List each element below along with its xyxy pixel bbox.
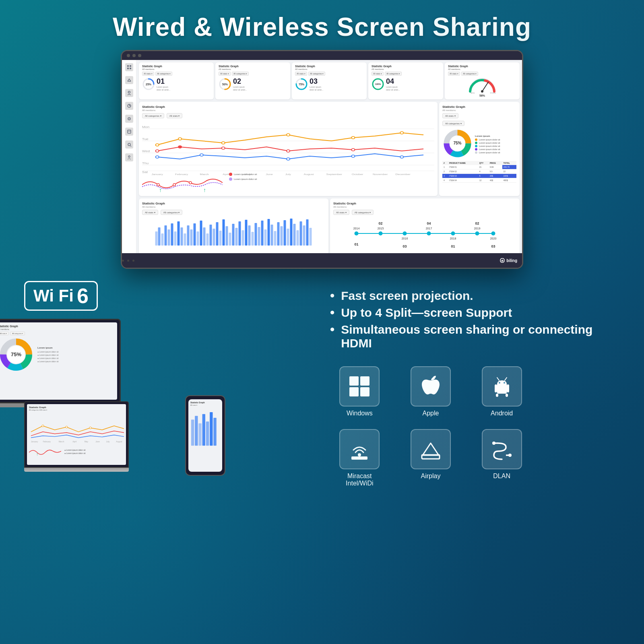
miracast-icon-item: MiracastIntel/WiDi: [330, 429, 389, 487]
svg-point-185: [499, 382, 500, 384]
stat-card-4-dropdown-cat[interactable]: All categories ▾: [385, 72, 402, 76]
gauge-pct: 58%: [479, 94, 485, 97]
sidebar-icon-1[interactable]: [125, 63, 133, 71]
feature-text-1: Fast screen projection.: [341, 289, 473, 303]
svg-rect-89: [197, 231, 199, 246]
table-row: 2 ITEM 02 4 5.5 22: [442, 169, 516, 174]
table-cell: ITEM 04: [448, 178, 478, 183]
svg-point-15: [128, 156, 130, 157]
timeline-dropdown-stats[interactable]: All stats ▾: [333, 210, 349, 215]
android-icon: [490, 374, 514, 398]
svg-rect-183: [496, 394, 498, 397]
stat-card-3-sub: All mentions:: [295, 68, 363, 70]
stat-card-3-dropdown-stats[interactable]: All stats ▾: [295, 72, 307, 76]
donut-dot-2: [475, 142, 477, 144]
stat-card-3-num: 03: [310, 77, 323, 86]
svg-rect-179: [349, 387, 359, 396]
bar-chart-title: Statistic Graph: [142, 202, 325, 205]
stat-card-3-dropdown-cat[interactable]: All categories ▾: [308, 72, 325, 76]
timeline-dropdown-cat[interactable]: All categories ▾: [352, 210, 374, 215]
svg-rect-106: [252, 232, 254, 246]
svg-text:25%: 25%: [470, 92, 475, 93]
device-laptop-screen: Statistic Graph All categories ▾ All sta…: [24, 401, 129, 468]
svg-point-25: [481, 90, 483, 93]
svg-rect-92: [206, 233, 209, 246]
stat-card-1-dropdown-cat[interactable]: All categories ▾: [155, 72, 172, 76]
table-cell: 480$: [502, 178, 516, 183]
svg-text:03: 03: [491, 244, 495, 248]
table-row: 4 ITEM 04 12 40$ 480$: [442, 178, 516, 183]
svg-rect-173: [202, 414, 205, 446]
wifi6-num: 6: [77, 285, 89, 306]
stat-card-2-dropdown-cat[interactable]: All categories ▾: [232, 72, 249, 76]
svg-text:October: October: [352, 173, 363, 176]
device-mini-legend: Lorem ipsum ● Lorem ipsum dolor sit ● Lo…: [37, 347, 58, 363]
stat-card-5-dropdown-stats[interactable]: All stats ▾: [448, 72, 460, 76]
bar-chart-sub: All mentions:: [142, 206, 325, 208]
donut-dropdown-stats[interactable]: All stats ▾: [442, 113, 458, 118]
svg-point-130: [451, 231, 455, 235]
device-desktop-dd2[interactable]: All categories ▾: [10, 332, 25, 335]
table-row: 1 ITEM 01 21 9.99 209.79: [442, 165, 516, 169]
device-desktop-dd1[interactable]: All stats ▾: [0, 332, 9, 335]
windows-icon: [347, 374, 372, 398]
stat-card-4-dropdown-stats[interactable]: All stats ▾: [372, 72, 384, 76]
table-cell: 4: [478, 169, 489, 174]
svg-text:January: January: [31, 441, 38, 443]
svg-rect-177: [349, 376, 359, 386]
svg-text:2014: 2014: [353, 227, 360, 230]
android-label: Android: [491, 410, 513, 417]
device-phone-body: Statistic Graph All stats ▾: [185, 395, 225, 476]
donut-legend-label-4: Lorem ipsum dolor sit: [479, 148, 500, 151]
bar-dropdown-cat[interactable]: All categories ▾: [161, 210, 183, 215]
svg-rect-101: [235, 228, 238, 246]
bar-dropdown-stats[interactable]: All stats ▾: [142, 210, 158, 215]
device-phone-screen: Statistic Graph All stats ▾: [188, 399, 222, 472]
svg-rect-180: [360, 387, 369, 396]
devices-stack: Statistic Graph All mentions: All stats …: [24, 319, 225, 480]
sidebar-icon-3[interactable]: [125, 89, 133, 97]
stat-card-5-dropdown-cat[interactable]: All categories ▾: [461, 72, 478, 76]
sidebar-icon-6[interactable]: [125, 128, 133, 136]
wifi6-text: Wi Fi: [33, 286, 74, 305]
stat-card-5: Statistic Graph All mentions: All stats …: [445, 62, 520, 99]
donut-dropdown-cat[interactable]: All categories ▾: [442, 121, 464, 126]
svg-rect-82: [174, 231, 177, 246]
sidebar-icon-7[interactable]: [125, 140, 133, 149]
svg-rect-11: [128, 130, 131, 133]
device-laptop-dash: Statistic Graph All categories ▾ All sta…: [27, 404, 126, 465]
donut-legend-3: Lorem ipsum dolor sit: [475, 145, 500, 147]
svg-rect-80: [168, 229, 170, 246]
apple-icon-item: Apple: [401, 366, 460, 417]
svg-text:2019: 2019: [474, 227, 481, 230]
svg-rect-114: [277, 222, 280, 246]
svg-rect-122: [303, 225, 305, 246]
stat-card-2-dropdown-stats[interactable]: All stats ▾: [219, 72, 231, 76]
table-cell: 21: [478, 165, 489, 169]
device-laptop-wave: ↑ ● Lorem ipsum dolor sit ● Lorem ipsum …: [29, 446, 124, 456]
line-chart-dropdown-cat[interactable]: All categories ▾: [142, 113, 164, 118]
svg-rect-81: [171, 223, 173, 246]
svg-text:July: July: [106, 441, 110, 443]
donut-legend-label-3: Lorem ipsum dolor sit: [479, 145, 500, 147]
svg-point-189: [358, 453, 361, 456]
line-chart-dropdown-stats[interactable]: All stats ▾: [167, 113, 183, 118]
windows-icon-box: [339, 366, 380, 407]
device-desktop-dash: Statistic Graph All mentions: All stats …: [0, 322, 117, 400]
stat-card-1-progress: 25%: [142, 78, 155, 91]
bar-chart-panel: Statistic Graph All mentions: All stats …: [139, 198, 328, 253]
speaker-dot-1: [122, 260, 124, 262]
sidebar-icon-4[interactable]: [125, 102, 133, 110]
windows-label: Windows: [347, 410, 373, 417]
feature-list: Fast screen projection. Up to 4 Split—sc…: [330, 289, 620, 350]
svg-rect-79: [165, 225, 167, 246]
monitor-bezel-bottom: biling: [122, 253, 522, 268]
legend-item-2: Lorem ipsum dolor sit: [229, 178, 257, 181]
legend-item-1: Lorem ipsum dolor sit: [229, 173, 257, 176]
stat-card-1-dropdown-stats[interactable]: All stats ▾: [142, 72, 154, 76]
sidebar-icon-2[interactable]: [125, 76, 133, 84]
sidebar-icon-8[interactable]: [125, 153, 133, 161]
dash-sidebar: [122, 60, 136, 253]
stat-card-4-desc: Lorem ipsumdolor sit amet...: [386, 86, 400, 91]
sidebar-icon-5[interactable]: [125, 115, 133, 123]
